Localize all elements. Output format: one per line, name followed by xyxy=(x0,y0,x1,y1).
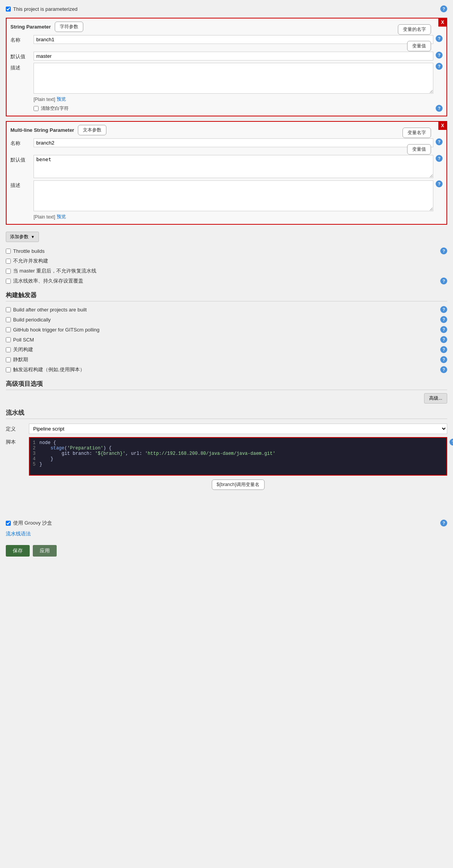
build-after-label: Build after other projects are built xyxy=(13,307,87,313)
pipeline-script-label: 脚本 xyxy=(6,437,25,446)
throttle-builds-help[interactable]: ? xyxy=(440,247,447,254)
line-num-3: 3 xyxy=(33,451,35,456)
close-build-checkbox[interactable] xyxy=(6,347,11,352)
build-after-row: Build after other projects are built ? xyxy=(6,304,447,315)
add-param-dropdown-arrow: ▼ xyxy=(31,235,35,239)
close-build-label: 关闭构建 xyxy=(13,346,33,353)
remote-trigger-label: 触发远程构建（例如,使用脚本） xyxy=(13,366,85,373)
poll-scm-checkbox[interactable] xyxy=(6,337,11,342)
multiline-param-title: Multi-line String Parameter xyxy=(10,127,74,133)
multiline-param-default-help[interactable]: ? xyxy=(436,155,443,162)
string-param-default-input[interactable] xyxy=(34,52,433,61)
github-hook-help[interactable]: ? xyxy=(440,326,447,333)
script-annotation-area: ${branch}调用变量名 xyxy=(29,476,447,495)
pipeline-define-select[interactable]: Pipeline script xyxy=(29,424,447,434)
multiline-param-default-textarea[interactable]: benet xyxy=(34,155,433,178)
string-param-desc-row: 描述 ? xyxy=(10,63,443,94)
remote-trigger-row: 触发远程构建（例如,使用脚本） ? xyxy=(6,365,447,375)
apply-button[interactable]: 应用 xyxy=(33,545,57,557)
string-param-name-input[interactable] xyxy=(34,35,433,44)
string-param-trim-help[interactable]: ? xyxy=(436,105,443,112)
build-after-left: Build after other projects are built xyxy=(6,307,87,313)
string-param-trim-label: 清除空白字符 xyxy=(41,105,69,112)
save-button[interactable]: 保存 xyxy=(6,545,30,557)
string-param-annotation: 字符参数 xyxy=(55,22,83,32)
multiline-param-default-label: 默认值 xyxy=(10,155,34,163)
quiet-period-checkbox[interactable] xyxy=(6,357,11,362)
pipeline-script-editor[interactable]: 1 node { 2 stage('Preparation') { 3 git … xyxy=(29,437,447,476)
string-param-desc-area: ? xyxy=(34,63,443,94)
pipeline-syntax-row: 流水线语法 xyxy=(6,530,447,537)
multiline-param-default-row: 默认值 变量值 benet ? xyxy=(10,155,443,178)
poll-scm-help[interactable]: ? xyxy=(440,336,447,343)
poll-scm-row: Poll SCM ? xyxy=(6,335,447,345)
build-periodically-row: Build periodically ? xyxy=(6,315,447,325)
parameterized-checkbox[interactable] xyxy=(6,7,11,12)
parameterized-help-icon[interactable]: ? xyxy=(440,5,447,12)
string-param-name-help[interactable]: ? xyxy=(436,35,443,42)
string-param-desc-textarea[interactable] xyxy=(34,63,433,94)
script-annotation-bubble: ${branch}调用变量名 xyxy=(212,479,264,490)
pipeline-script-help[interactable]: ? xyxy=(450,439,453,446)
github-hook-label: GitHub hook trigger for GITScm polling xyxy=(13,327,99,333)
no-concurrent-checkbox[interactable] xyxy=(6,259,11,264)
string-param-preview-link[interactable]: 预览 xyxy=(57,96,66,103)
close-build-row: 关闭构建 ? xyxy=(6,345,447,355)
throttle-builds-row: Throttle builds ? xyxy=(6,246,447,256)
multiline-param-plain-text-row: [Plain text] 预览 xyxy=(34,214,443,220)
close-build-help[interactable]: ? xyxy=(440,346,447,353)
pipeline-efficiency-checkbox[interactable] xyxy=(6,279,11,284)
multiline-param-close-btn[interactable]: X xyxy=(438,121,447,130)
advanced-section-header: 高级项目选项 xyxy=(6,380,447,390)
string-param-default-label: 默认值 xyxy=(10,52,34,60)
multiline-param-desc-textarea[interactable] xyxy=(34,180,433,211)
string-param-desc-help[interactable]: ? xyxy=(436,63,443,70)
no-restore-checkbox[interactable] xyxy=(6,269,11,274)
build-periodically-checkbox[interactable] xyxy=(6,317,11,322)
quiet-period-help[interactable]: ? xyxy=(440,356,447,363)
add-param-label: 添加参数 xyxy=(10,234,29,240)
multiline-param-name-help[interactable]: ? xyxy=(436,138,443,145)
page-wrapper: This project is parameterized ? X String… xyxy=(0,0,453,564)
pipeline-section: 定义 Pipeline script 脚本 1 node { 2 stage('… xyxy=(6,424,447,537)
remote-trigger-help[interactable]: ? xyxy=(440,366,447,373)
multiline-param-annotation: 文本参数 xyxy=(78,125,106,135)
github-hook-left: GitHub hook trigger for GITScm polling xyxy=(6,327,99,333)
string-param-close-btn[interactable]: X xyxy=(438,18,447,27)
groovy-sandbox-checkbox[interactable] xyxy=(6,521,11,526)
multiline-param-name-input[interactable] xyxy=(34,138,433,147)
pipeline-efficiency-help[interactable]: ? xyxy=(440,278,447,284)
string-param-name-row: 名称 变量的名字 ? xyxy=(10,35,443,44)
line-num-4: 4 xyxy=(33,456,35,462)
parameterized-label: This project is parameterized xyxy=(13,6,77,12)
build-after-checkbox[interactable] xyxy=(6,307,11,312)
multiline-param-desc-help[interactable]: ? xyxy=(436,180,443,187)
groovy-left: 使用 Groovy 沙盒 xyxy=(6,520,52,527)
string-param-default-input-row: ? xyxy=(34,52,443,61)
multiline-param-desc-area: ? xyxy=(34,180,443,211)
build-after-help[interactable]: ? xyxy=(440,306,447,313)
code-line-4: 4 } xyxy=(33,456,443,462)
remote-trigger-left: 触发远程构建（例如,使用脚本） xyxy=(6,366,85,373)
build-periodically-help[interactable]: ? xyxy=(440,316,447,323)
multiline-param-preview-link[interactable]: 预览 xyxy=(57,214,66,220)
pipeline-syntax-link[interactable]: 流水线语法 xyxy=(6,531,31,537)
throttle-builds-checkbox[interactable] xyxy=(6,249,11,254)
string-param-default-help[interactable]: ? xyxy=(436,52,443,59)
pipeline-section-header: 流水线 xyxy=(6,409,447,419)
multiline-param-plain-text-label: [Plain text] xyxy=(34,214,55,220)
add-param-btn[interactable]: 添加参数 ▼ xyxy=(6,232,39,242)
parameterized-checkbox-label[interactable]: This project is parameterized xyxy=(6,6,77,12)
no-restore-row: 当 master 重启后，不允许恢复流水线 xyxy=(6,266,447,276)
build-trigger-header: 构建触发器 xyxy=(6,291,447,301)
string-param-trim-checkbox[interactable] xyxy=(34,106,39,111)
groovy-sandbox-help[interactable]: ? xyxy=(440,520,447,527)
multiline-param-desc-label: 描述 xyxy=(10,180,34,189)
line-num-1: 1 xyxy=(33,440,35,446)
build-periodically-label: Build periodically xyxy=(13,317,51,323)
remote-trigger-checkbox[interactable] xyxy=(6,367,11,372)
pipeline-efficiency-row: 流水线效率、持久保存设置覆盖 ? xyxy=(6,276,447,286)
github-hook-checkbox[interactable] xyxy=(6,327,11,332)
line-num-2: 2 xyxy=(33,446,35,451)
advanced-btn[interactable]: 高级... xyxy=(424,393,447,404)
